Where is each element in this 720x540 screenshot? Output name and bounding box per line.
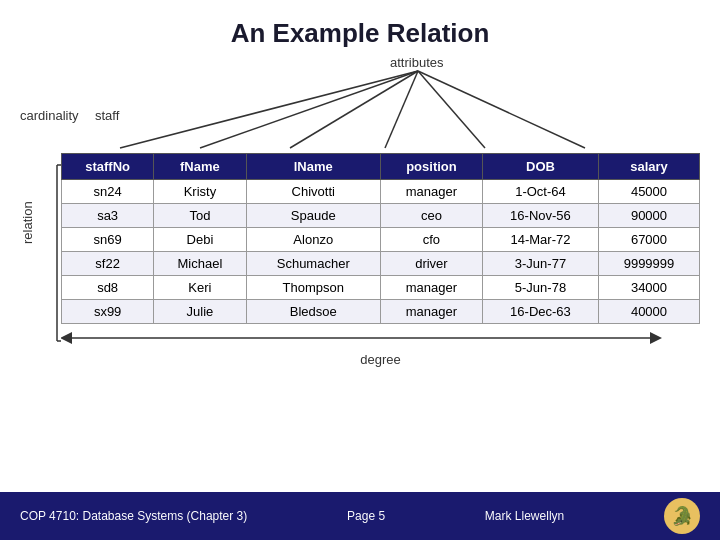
table-cell: Julie <box>154 300 246 324</box>
table-row: sf22MichaelSchumacherdriver3-Jun-7799999… <box>62 252 700 276</box>
table-cell: 9999999 <box>598 252 699 276</box>
footer-page: Page 5 <box>347 509 385 523</box>
table-cell: cfo <box>380 228 482 252</box>
col-header-position: position <box>380 154 482 180</box>
table-cell: 16-Dec-63 <box>482 300 598 324</box>
table-cell: 16-Nov-56 <box>482 204 598 228</box>
svg-line-4 <box>418 71 485 148</box>
table-cell: 45000 <box>598 180 699 204</box>
footer-author: Mark Llewellyn <box>485 509 564 523</box>
table-cell: Michael <box>154 252 246 276</box>
col-header-dob: DOB <box>482 154 598 180</box>
col-header-salary: salary <box>598 154 699 180</box>
table-cell: ceo <box>380 204 482 228</box>
cardinality-label: cardinality <box>20 108 79 123</box>
table-cell: sn69 <box>62 228 154 252</box>
page-title: An Example Relation <box>0 0 720 49</box>
table-cell: Spaude <box>246 204 380 228</box>
table-cell: manager <box>380 276 482 300</box>
data-table: staffNo fName lName position DOB salary … <box>61 153 700 324</box>
svg-line-3 <box>385 71 418 148</box>
footer-course: COP 4710: Database Systems (Chapter 3) <box>20 509 247 523</box>
table-cell: 40000 <box>598 300 699 324</box>
table-cell: 14-Mar-72 <box>482 228 598 252</box>
table-cell: Bledsoe <box>246 300 380 324</box>
svg-line-5 <box>418 71 585 148</box>
table-cell: 5-Jun-78 <box>482 276 598 300</box>
table-cell: 1-Oct-64 <box>482 180 598 204</box>
col-header-staffno: staffNo <box>62 154 154 180</box>
table-cell: Alonzo <box>246 228 380 252</box>
table-cell: manager <box>380 180 482 204</box>
col-header-fname: fName <box>154 154 246 180</box>
table-cell: sn24 <box>62 180 154 204</box>
attribute-lines <box>20 53 700 153</box>
table-cell: driver <box>380 252 482 276</box>
table-cell: 67000 <box>598 228 699 252</box>
relation-label: relation <box>20 183 35 263</box>
staff-label: staff <box>95 108 119 123</box>
table-cell: Kristy <box>154 180 246 204</box>
table-cell: Thompson <box>246 276 380 300</box>
table-row: sn69DebiAlonzocfo14-Mar-7267000 <box>62 228 700 252</box>
table-cell: sx99 <box>62 300 154 324</box>
table-cell: manager <box>380 300 482 324</box>
relation-bracket <box>39 153 61 353</box>
table-row: sn24KristyChivottimanager1-Oct-6445000 <box>62 180 700 204</box>
table-cell: Chivotti <box>246 180 380 204</box>
table-cell: Debi <box>154 228 246 252</box>
table-cell: Tod <box>154 204 246 228</box>
table-cell: sf22 <box>62 252 154 276</box>
table-row: sx99JulieBledsoemanager16-Dec-6340000 <box>62 300 700 324</box>
table-cell: 90000 <box>598 204 699 228</box>
table-cell: Keri <box>154 276 246 300</box>
svg-line-0 <box>120 71 418 148</box>
table-cell: Schumacher <box>246 252 380 276</box>
table-row: sd8KeriThompsonmanager5-Jun-7834000 <box>62 276 700 300</box>
degree-label: degree <box>61 352 700 367</box>
table-cell: 3-Jun-77 <box>482 252 598 276</box>
footer-logo: 🐊 <box>664 498 700 534</box>
table-cell: sd8 <box>62 276 154 300</box>
table-cell: sa3 <box>62 204 154 228</box>
degree-arrow <box>61 324 700 352</box>
col-header-lname: lName <box>246 154 380 180</box>
footer: COP 4710: Database Systems (Chapter 3) P… <box>0 492 720 540</box>
table-cell: 34000 <box>598 276 699 300</box>
table-row: sa3TodSpaudeceo16-Nov-5690000 <box>62 204 700 228</box>
